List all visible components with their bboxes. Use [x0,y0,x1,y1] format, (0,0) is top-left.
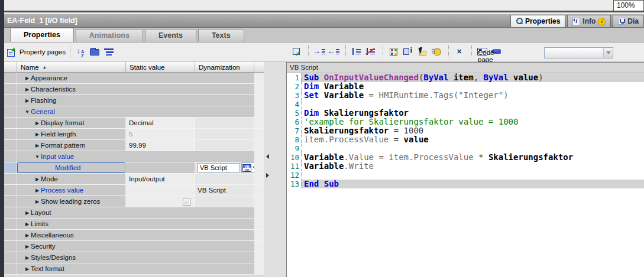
property-row[interactable]: ▶Process valueVB Script [4,185,264,196]
dynamization-cell[interactable] [195,196,254,207]
dynamization-cell[interactable]: VB Script [195,185,254,195]
property-name-cell[interactable]: ▶Layout [17,207,126,218]
tab-properties[interactable]: Properties [10,28,74,42]
static-value-cell[interactable] [126,241,195,252]
static-value-cell[interactable] [126,207,195,218]
property-name-cell[interactable]: ▶Text format [17,263,126,274]
dynamization-cell[interactable] [195,219,254,229]
chevron-collapsed-icon[interactable]: ▶ [34,188,41,193]
property-name-cell[interactable]: ▶Field length [17,129,126,139]
chevron-collapsed-icon[interactable]: ▶ [24,244,31,249]
dynamization-cell[interactable]: VB ScriptVB101 [195,162,254,173]
chevron-collapsed-icon[interactable]: ▶ [24,210,31,216]
delete-icon[interactable]: × [453,45,465,57]
chevron-expanded-icon[interactable]: ▼ [24,109,31,115]
property-row[interactable]: ▶Text format [4,263,264,275]
code-line[interactable]: 3Set Variable = HMIRuntime.Tags("Integer… [287,91,644,100]
static-value-cell[interactable] [126,95,195,106]
code-line[interactable]: 2Dim Variable [287,82,644,91]
property-row[interactable]: ▼Input value [4,151,264,162]
code-line[interactable]: 9 [287,144,644,153]
property-name-cell[interactable]: ▶Appearance [17,73,126,83]
property-name-cell[interactable]: ▶Show leading zeros [17,196,126,207]
property-row[interactable]: ▶Appearance [4,73,264,84]
property-row[interactable]: ▶Miscellaneous [4,230,264,241]
header-static-value[interactable]: Static value [126,62,195,72]
property-row[interactable]: ▶Format pattern99.99 [4,140,264,151]
property-name-cell[interactable]: Modified [17,162,126,173]
property-row[interactable]: ▼General [4,106,264,118]
property-name-cell[interactable]: ▶Miscellaneous [17,230,126,240]
code-line[interactable]: 11Variable.Write [287,162,644,171]
dynamization-cell[interactable] [195,118,254,128]
property-row[interactable]: ▶Field length5 [4,129,264,140]
property-name-cell[interactable]: ▶Format pattern [17,140,126,151]
select-mode-icon[interactable] [416,45,428,57]
property-row[interactable]: ▶Characteristics [4,84,264,95]
property-pages-button[interactable]: Property pages [7,48,66,57]
tab-texts[interactable]: Texts [198,29,244,42]
dynamization-cell[interactable] [195,241,254,252]
static-value-cell[interactable]: Decimal [126,118,195,128]
zoom-level-box[interactable]: 100% [613,0,644,11]
chevron-collapsed-icon[interactable]: ▶ [24,221,31,227]
static-value-cell[interactable] [126,106,195,117]
dynamization-cell[interactable] [195,129,254,139]
property-name-cell[interactable]: ▶Flashing [17,95,126,106]
property-row[interactable]: ▶Flashing [4,95,264,106]
static-value-cell[interactable] [126,162,195,173]
dynamization-combo-value[interactable]: VB Script [198,163,240,172]
code-line[interactable]: 10Variable.Value = item.ProcessValue * S… [287,153,644,162]
dynamization-combo[interactable]: VB ScriptVB101 [198,162,257,173]
static-value-cell[interactable] [126,263,195,274]
folder-icon[interactable] [89,46,101,58]
validate-script-icon[interactable] [290,45,302,57]
tag-list-icon[interactable] [430,45,442,57]
indent-icon[interactable]: → [313,45,325,57]
static-value-cell[interactable] [126,84,195,94]
code-line[interactable]: 1Sub OnInputValueChanged(ByVal item, ByV… [287,73,644,82]
outdent-icon[interactable]: ← [327,45,339,57]
tab-animations[interactable]: Animations [76,29,143,42]
dynamization-cell[interactable] [195,73,254,83]
sort-az-icon[interactable]: ↓AZ [75,46,86,58]
synchronize-icon[interactable] [387,45,400,57]
chevron-collapsed-icon[interactable]: ▶ [34,143,41,148]
splitter-handle[interactable] [264,151,270,181]
property-row[interactable]: ▶Security [4,241,264,252]
static-value-cell[interactable] [126,185,195,195]
static-value-cell[interactable]: 5 [126,129,195,139]
dynamization-cell[interactable] [195,207,254,218]
property-name-cell[interactable]: ▼Input value [17,151,126,162]
static-value-cell[interactable] [126,196,195,207]
chevron-collapsed-icon[interactable]: ▶ [24,255,31,260]
static-value-cell[interactable] [126,230,195,240]
dynamization-cell[interactable] [195,106,254,117]
chevron-collapsed-icon[interactable]: ▶ [34,177,41,182]
object-info-icon[interactable] [402,45,414,57]
chevron-collapsed-icon[interactable]: ▶ [24,76,31,81]
dynamization-cell[interactable] [195,252,254,263]
code-line[interactable]: 7Skalierungsfaktor = 1000 [287,126,644,135]
code-line[interactable]: 6'example for Skalierungsfaktor value = … [287,118,644,126]
static-value-cell[interactable] [126,73,195,83]
property-name-cell[interactable]: ▶Mode [17,174,126,184]
property-row[interactable]: ▶ModeInput/output [4,174,264,185]
chevron-collapsed-icon[interactable]: ▶ [34,199,41,204]
static-value-cell[interactable]: 99.99 [126,140,195,151]
chevron-collapsed-icon[interactable]: ▶ [24,266,31,272]
detail-list-icon[interactable] [103,46,115,58]
property-name-cell[interactable]: ▶Limits [17,219,126,229]
dynamization-cell[interactable] [195,95,254,106]
property-row[interactable]: ▶Limits [4,219,264,230]
collapse-right-icon[interactable] [266,173,269,178]
code-line[interactable]: 13End Sub [287,180,644,188]
code-line[interactable]: 8item.ProcessValue = value [287,135,644,144]
code-page-select[interactable] [544,47,613,58]
dynamization-cell[interactable] [195,230,254,240]
code-line[interactable]: 12 [287,171,644,180]
chevron-collapsed-icon[interactable]: ▶ [24,233,31,238]
property-name-cell[interactable]: ▶Process value [17,185,126,195]
chevron-collapsed-icon[interactable]: ▶ [34,132,41,137]
tab-diagnostics-inspector[interactable]: Dia [613,15,644,27]
